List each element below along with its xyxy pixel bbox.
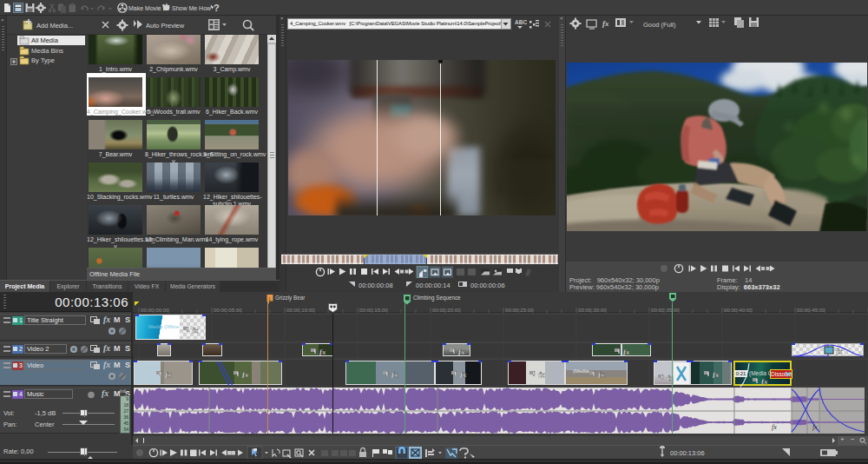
svg-text:fx: fx: [772, 423, 777, 431]
svg-text:fx: fx: [242, 370, 249, 378]
svg-text:00:00:00:06: 00:00:00:06: [470, 282, 505, 289]
svg-text:00:00:00:14: 00:00:00:14: [416, 282, 450, 289]
svg-text:00:00:15:00: 00:00:15:00: [359, 307, 388, 313]
svg-text:fx: fx: [713, 370, 720, 378]
svg-text:fx: fx: [165, 370, 172, 378]
svg-text:1: 1: [268, 296, 271, 302]
svg-text:00:00:10:00: 00:00:10:00: [286, 307, 315, 313]
svg-text:00:00:45:00: 00:00:45:00: [797, 307, 825, 313]
svg-text:00:00:00:00: 00:00:00:00: [141, 307, 169, 313]
svg-text:fx: fx: [602, 19, 609, 28]
svg-text:00:00:35:00: 00:00:35:00: [651, 307, 680, 313]
svg-text:fx: fx: [391, 370, 398, 378]
svg-text:00:00:20:00: 00:00:20:00: [432, 307, 461, 313]
svg-text:fx: fx: [460, 370, 467, 378]
svg-text:ABC: ABC: [515, 19, 527, 25]
svg-text:fx: fx: [192, 326, 199, 334]
svg-text:fx: fx: [623, 348, 630, 355]
svg-text:fx: fx: [598, 370, 605, 378]
svg-text:fx: fx: [458, 348, 465, 355]
svg-text:00:00:00:08: 00:00:00:08: [358, 282, 393, 289]
svg-text:fx: fx: [538, 370, 545, 378]
svg-text:fx: fx: [319, 348, 326, 355]
svg-text:00:00:40:00: 00:00:40:00: [724, 307, 753, 313]
svg-text:fx: fx: [761, 377, 768, 385]
svg-text:00:00:05:00: 00:00:05:00: [214, 307, 242, 313]
svg-text:fx: fx: [812, 423, 818, 431]
svg-text:fx: fx: [836, 347, 843, 355]
svg-text:00:00:25:00: 00:00:25:00: [505, 307, 534, 313]
svg-text:00:00:30:00: 00:00:30:00: [578, 307, 607, 313]
